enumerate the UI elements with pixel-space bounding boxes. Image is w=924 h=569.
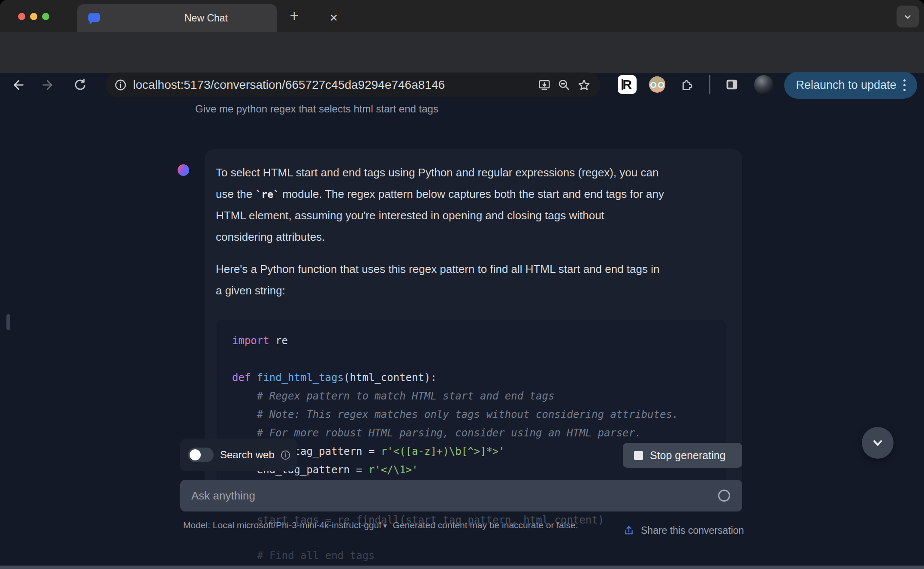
disclaimer-text: Generated content may be inaccurate or f… <box>393 520 578 530</box>
browser-toolbar: localhost:5173/conversation/665727c45da9… <box>0 32 924 73</box>
address-bar[interactable]: localhost:5173/conversation/665727c45da9… <box>106 73 601 97</box>
window-minimize-button[interactable] <box>30 13 37 20</box>
site-info-icon[interactable] <box>114 79 127 91</box>
token: `re` <box>256 189 279 200</box>
tab-strip: New Chat ✕ + <box>0 0 924 32</box>
glasses-left-lens <box>650 82 656 88</box>
back-arrow-icon <box>11 78 25 92</box>
token: find_html_tags <box>257 372 344 384</box>
chevron-down-icon <box>902 11 913 22</box>
paragraph-line: considering attributes. <box>216 226 664 248</box>
token: def <box>232 372 251 384</box>
window-zoom-button[interactable] <box>42 13 49 20</box>
side-panel-icon <box>724 77 740 92</box>
forward-button[interactable] <box>36 73 60 97</box>
extension-avatar-button[interactable] <box>646 73 668 96</box>
share-conversation-button[interactable]: Share this conversation <box>623 524 744 536</box>
toolbar-separator <box>709 75 710 94</box>
sidebar-drawer-handle[interactable] <box>6 314 10 330</box>
info-icon[interactable] <box>280 449 291 461</box>
token: use the <box>216 188 256 200</box>
search-web-label: Search web <box>220 449 275 461</box>
paragraph-line: a given string: <box>216 280 659 301</box>
forward-arrow-icon <box>41 78 55 92</box>
chat-bubble-favicon <box>88 12 101 25</box>
browser-window: New Chat ✕ + <box>0 0 924 569</box>
token <box>232 409 257 421</box>
window-close-button[interactable] <box>18 13 25 20</box>
paragraph-line: HTML element, assuming you're interested… <box>216 205 664 226</box>
model-selector[interactable]: Model: Local microsoft/Phi-3-mini-4k-ins… <box>183 520 381 530</box>
ghost-code-line: # Find all end tags <box>257 550 375 562</box>
extensions-menu-button[interactable] <box>675 73 698 96</box>
tab-search-button[interactable] <box>897 6 919 27</box>
token <box>232 390 257 402</box>
token: (html_content): <box>344 372 437 384</box>
zoom-out-icon[interactable] <box>557 78 571 92</box>
token: # Note: This regex matches only tags wit… <box>257 409 679 421</box>
code-line: def find_html_tags(html_content): <box>232 369 726 387</box>
new-tab-button[interactable]: + <box>286 3 303 29</box>
window-bottom-edge <box>0 566 924 569</box>
token: import <box>232 335 269 347</box>
r-logo-bar <box>622 79 623 90</box>
token: # For more robust HTML parsing, consider… <box>257 427 641 439</box>
loading-spinner-icon <box>718 490 730 502</box>
persona-face-icon <box>649 76 665 93</box>
token: To select HTML start and end tags using … <box>216 166 658 179</box>
token: re <box>269 335 288 347</box>
bookmark-star-icon[interactable] <box>577 78 591 92</box>
relaunch-update-button[interactable]: Relaunch to update <box>784 72 917 99</box>
model-info-row: Model: Local microsoft/Phi-3-mini-4k-ins… <box>183 518 606 533</box>
paragraph-line: Here's a Python function that uses this … <box>216 258 659 280</box>
assistant-avatar <box>178 164 189 176</box>
search-web-panel: Search web <box>180 439 297 471</box>
share-upload-icon <box>623 524 635 536</box>
user-message: Give me python regex that selects html s… <box>195 103 438 115</box>
token: module. The regex pattern below captures… <box>279 188 664 200</box>
code-line: import re <box>232 332 726 350</box>
token <box>232 427 257 439</box>
glasses-right-lens <box>658 82 664 88</box>
token: HTML element, assuming you're interested… <box>216 209 604 222</box>
profile-avatar[interactable] <box>754 75 773 94</box>
stop-generating-label: Stop generating <box>650 449 726 462</box>
r-logo-letter: R <box>622 77 632 92</box>
paragraph-line: use the `re` module. The regex pattern b… <box>216 183 664 205</box>
reload-button[interactable] <box>69 73 92 97</box>
url-text: localhost:5173/conversation/665727c45da9… <box>133 78 445 92</box>
model-caret-icon[interactable]: ▾ <box>381 522 390 530</box>
extension-r-button[interactable]: R <box>618 75 637 94</box>
scroll-to-bottom-button[interactable] <box>862 427 894 459</box>
reload-icon <box>73 78 88 92</box>
share-label: Share this conversation <box>641 525 744 536</box>
tab-close-icon[interactable]: ✕ <box>329 4 338 32</box>
search-web-toggle[interactable] <box>188 448 214 462</box>
token: # Regex pattern to match HTML start and … <box>257 390 555 402</box>
code-line: # Regex pattern to match HTML start and … <box>232 387 726 406</box>
browser-tab[interactable]: New Chat ✕ <box>77 4 277 32</box>
install-app-icon[interactable] <box>537 78 551 92</box>
stop-generating-button[interactable]: Stop generating <box>623 443 742 468</box>
assistant-paragraph-1: To select HTML start and end tags using … <box>216 162 664 248</box>
side-panel-button[interactable] <box>721 73 743 96</box>
toggle-knob <box>190 449 201 460</box>
back-button[interactable] <box>6 73 30 97</box>
paragraph-line: To select HTML start and end tags using … <box>216 162 664 183</box>
relaunch-label: Relaunch to update <box>796 79 896 92</box>
token: r'</\1>' <box>368 464 418 476</box>
token: considering attributes. <box>216 230 325 243</box>
chevron-down-icon <box>870 435 886 451</box>
chat-input[interactable] <box>180 480 742 511</box>
token <box>251 372 257 384</box>
puzzle-icon <box>679 77 694 92</box>
tab-title: New Chat <box>184 4 228 32</box>
code-line <box>232 350 726 369</box>
stop-square-icon <box>634 451 643 460</box>
code-line: # Note: This regex matches only tags wit… <box>232 406 726 424</box>
code-line: # For more robust HTML parsing, consider… <box>232 424 726 442</box>
assistant-paragraph-2: Here's a Python function that uses this … <box>216 258 659 301</box>
token: r'<([a-z]+)\b[^>]*>' <box>381 445 505 457</box>
kebab-menu-icon[interactable] <box>903 79 906 91</box>
